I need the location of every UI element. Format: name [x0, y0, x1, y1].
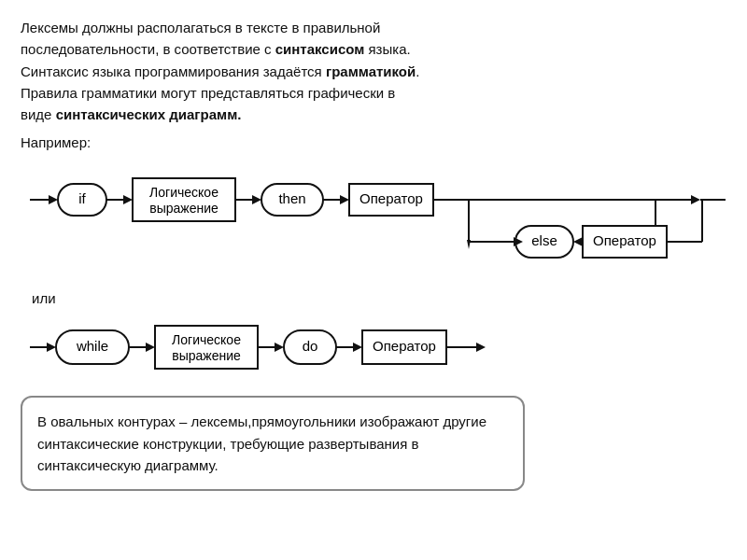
svg-marker-42 — [476, 343, 486, 352]
diagram2-svg: while Логическое выражение do Оператор — [21, 310, 581, 385]
diagram-if-then-else: if Логическое выражение then Оператор — [21, 158, 726, 279]
log-expr-1-label2: выражение — [149, 201, 218, 216]
diagram-while-do: while Логическое выражение do Оператор — [21, 310, 726, 385]
intro-paragraph: Лексемы должны располагаться в тексте в … — [21, 17, 726, 125]
svg-marker-18 — [573, 237, 583, 246]
if-label: if — [78, 190, 86, 206]
operator3-label: Оператор — [373, 338, 436, 354]
log-expr-1-label: Логическое — [149, 185, 218, 200]
svg-marker-15 — [691, 195, 700, 204]
svg-marker-36 — [275, 343, 284, 352]
intro-line1: Лексемы должны располагаться в тексте в … — [21, 20, 419, 122]
log-expr-2-label: Логическое — [172, 332, 241, 347]
svg-marker-4 — [123, 195, 133, 204]
diagram1-svg: if Логическое выражение then Оператор — [21, 158, 730, 279]
svg-marker-10 — [340, 195, 349, 204]
svg-marker-7 — [252, 195, 261, 204]
note-box: В овальных контурах – лексемы,прямоуголь… — [21, 396, 525, 491]
page-content: Лексемы должны располагаться в тексте в … — [21, 17, 726, 491]
ili-label: или — [32, 290, 726, 306]
svg-marker-33 — [146, 343, 155, 352]
else-label: else — [531, 232, 557, 248]
bold-grammar: грамматикой — [326, 63, 416, 79]
svg-marker-39 — [353, 343, 362, 352]
bold-syntax: синтаксисом — [275, 41, 365, 57]
while-label: while — [76, 338, 108, 354]
do-label: do — [303, 338, 318, 354]
bold-diagrams: синтаксических диаграмм. — [56, 106, 242, 122]
note-text: В овальных контурах – лексемы,прямоуголь… — [37, 413, 486, 473]
svg-marker-1 — [49, 195, 58, 204]
operator2-label: Оператор — [593, 232, 656, 248]
then-label: then — [278, 190, 305, 206]
operator1-label: Оператор — [359, 190, 423, 206]
naprimer-label: Например: — [21, 134, 726, 150]
svg-marker-30 — [47, 343, 56, 352]
log-expr-2-label2: выражение — [172, 348, 241, 363]
